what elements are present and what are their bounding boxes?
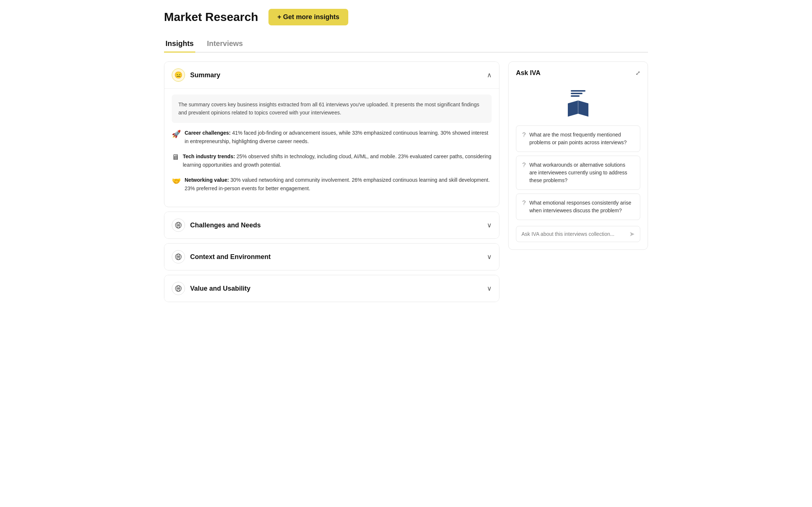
iva-logo-line-1 xyxy=(571,90,585,92)
question-card-2[interactable]: ? What workarounds or alternative soluti… xyxy=(516,156,640,190)
tab-bar: Insights Interviews xyxy=(164,36,648,53)
ask-iva-header: Ask IVA ⤢ xyxy=(516,69,640,77)
main-layout: 😑 Summary ∧ The summary covers key busin… xyxy=(164,61,648,306)
context-accordion-header[interactable]: Context and Environment ∨ xyxy=(164,244,499,270)
context-chevron-icon: ∨ xyxy=(487,253,492,261)
networking-emoji: 🤝 xyxy=(172,177,181,185)
question-card-3[interactable]: ? What emotional responses consistently … xyxy=(516,194,640,220)
value-icon xyxy=(172,282,185,295)
summary-intro-text: The summary covers key business insights… xyxy=(172,95,492,123)
ask-iva-panel: Ask IVA ⤢ xyxy=(508,61,648,250)
left-column: 😑 Summary ∧ The summary covers key busin… xyxy=(164,61,499,306)
ask-input[interactable] xyxy=(521,231,629,237)
iva-logo-line-2 xyxy=(571,93,583,94)
iva-book-icon xyxy=(568,99,588,117)
summary-icon: 😑 xyxy=(172,68,185,82)
challenges-chevron-icon: ∨ xyxy=(487,221,492,229)
value-accordion: Value and Usability ∨ xyxy=(164,275,499,302)
iva-logo-lines xyxy=(571,90,585,97)
expand-icon[interactable]: ⤢ xyxy=(635,70,640,77)
question-icon-3: ? xyxy=(522,199,526,207)
iva-logo-line-3 xyxy=(571,95,580,97)
question-icon-2: ? xyxy=(522,162,526,169)
challenges-title: Challenges and Needs xyxy=(190,221,482,229)
question-card-1[interactable]: ? What are the most frequently mentioned… xyxy=(516,125,640,152)
tab-insights[interactable]: Insights xyxy=(164,36,195,53)
career-emoji: 🚀 xyxy=(172,130,181,138)
summary-content: The summary covers key business insights… xyxy=(164,88,499,207)
tech-label: Tech industry trends: xyxy=(183,153,235,159)
career-text: Career challenges: 41% faced job-finding… xyxy=(185,129,492,146)
ask-iva-title: Ask IVA xyxy=(516,69,541,77)
challenges-accordion: Challenges and Needs ∨ xyxy=(164,212,499,239)
value-chevron-icon: ∨ xyxy=(487,284,492,292)
summary-title: Summary xyxy=(190,71,482,79)
page-header: Market Research + Get more insights xyxy=(164,9,648,25)
question-text-3: What emotional responses consistently ar… xyxy=(529,199,634,214)
challenges-accordion-header[interactable]: Challenges and Needs ∨ xyxy=(164,212,499,238)
get-insights-button[interactable]: + Get more insights xyxy=(268,9,348,25)
insight-networking: 🤝 Networking value: 30% valued networkin… xyxy=(172,176,492,193)
iva-logo-area xyxy=(516,83,640,125)
context-icon xyxy=(172,250,185,263)
send-icon[interactable]: ➤ xyxy=(629,230,635,238)
networking-label: Networking value: xyxy=(185,177,229,183)
insight-tech: 🖥 Tech industry trends: 25% observed shi… xyxy=(172,152,492,169)
context-title: Context and Environment xyxy=(190,253,482,261)
context-accordion: Context and Environment ∨ xyxy=(164,243,499,270)
networking-text: Networking value: 30% valued networking … xyxy=(185,176,492,193)
question-icon-1: ? xyxy=(522,131,526,139)
value-title: Value and Usability xyxy=(190,285,482,292)
networking-body: 30% valued networking and community invo… xyxy=(185,177,490,191)
career-label: Career challenges: xyxy=(185,130,231,136)
ask-input-area[interactable]: ➤ xyxy=(516,226,640,242)
challenges-icon xyxy=(172,219,185,232)
value-accordion-header[interactable]: Value and Usability ∨ xyxy=(164,275,499,302)
page-title: Market Research xyxy=(164,10,258,24)
question-text-1: What are the most frequently mentioned p… xyxy=(529,131,634,146)
iva-logo xyxy=(568,90,588,117)
tech-emoji: 🖥 xyxy=(172,153,179,162)
tech-text: Tech industry trends: 25% observed shift… xyxy=(183,152,492,169)
summary-accordion-header[interactable]: 😑 Summary ∧ xyxy=(164,62,499,88)
question-text-2: What workarounds or alternative solution… xyxy=(529,161,634,184)
ask-iva-container: Ask IVA ⤢ xyxy=(508,61,648,250)
summary-chevron-icon: ∧ xyxy=(487,71,492,79)
summary-accordion: 😑 Summary ∧ The summary covers key busin… xyxy=(164,61,499,207)
tab-interviews[interactable]: Interviews xyxy=(206,36,245,53)
insight-career: 🚀 Career challenges: 41% faced job-findi… xyxy=(172,129,492,146)
